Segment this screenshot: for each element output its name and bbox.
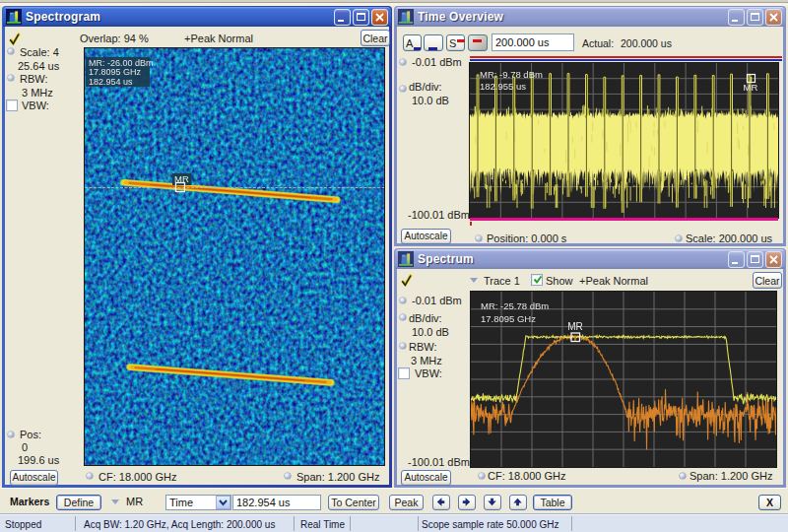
svg-text:MR: -25.78 dBm: MR: -25.78 dBm [481, 300, 549, 311]
svg-text:MR: MR [744, 82, 758, 93]
svg-text:17.8095 GHz: 17.8095 GHz [89, 67, 142, 77]
svg-text:182.954 us: 182.954 us [89, 77, 133, 87]
svg-text:182.955 us: 182.955 us [480, 81, 526, 92]
svg-text:17.8095 GHz: 17.8095 GHz [481, 313, 536, 324]
svg-text:MR: MR [567, 321, 583, 332]
svg-text:MR: -26.00 dBm: MR: -26.00 dBm [89, 58, 154, 68]
svg-text:MR: -9.78 dBm: MR: -9.78 dBm [480, 69, 543, 80]
